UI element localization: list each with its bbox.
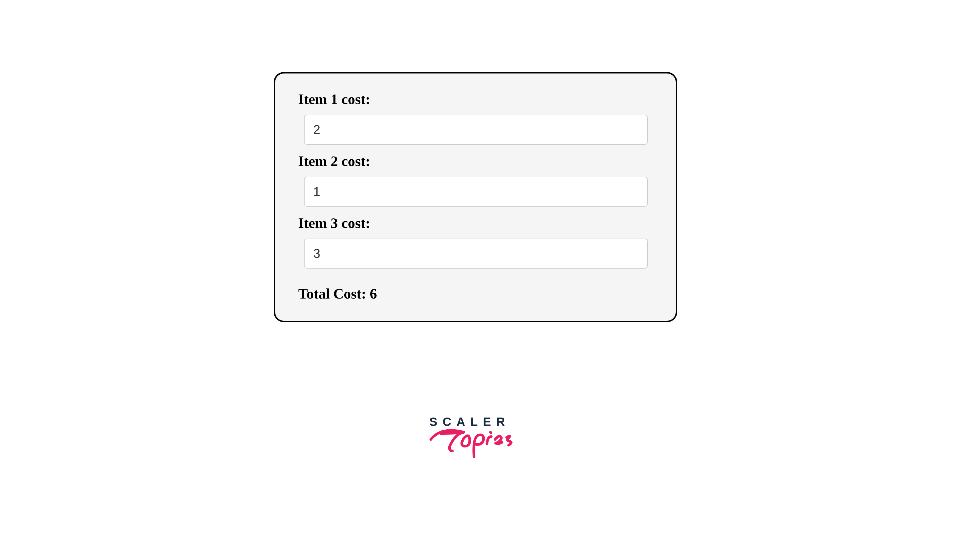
brand-logo: SCALER [427,415,513,461]
item-1-input[interactable] [304,115,648,144]
item-3-input[interactable] [304,239,648,269]
item-2-label: Item 2 cost: [298,153,653,170]
item-3-label: Item 3 cost: [298,215,653,231]
total-cost-label: Total Cost: [298,286,370,302]
brand-logo-topics [427,423,513,461]
total-cost-value: 6 [370,286,377,302]
total-cost-row: Total Cost: 6 [298,285,653,302]
brand-logo-scaler: SCALER [427,415,513,429]
item-1-label: Item 1 cost: [298,91,653,107]
cost-form-card: Item 1 cost: Item 2 cost: Item 3 cost: T… [274,72,677,322]
item-2-input[interactable] [304,176,648,207]
